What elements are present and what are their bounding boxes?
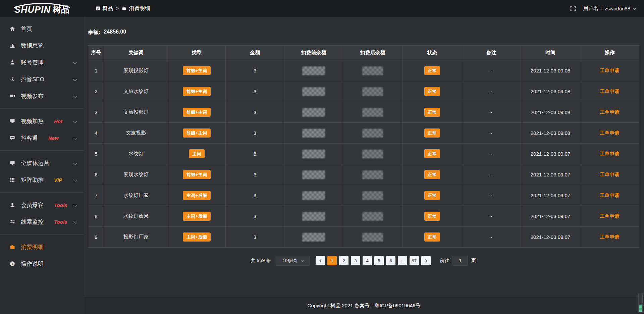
cell-action: 工单申请 (580, 227, 639, 248)
fullscreen-icon[interactable] (570, 6, 576, 11)
work-order-link[interactable]: 工单申请 (600, 89, 620, 94)
page-button-6[interactable]: 6 (386, 256, 395, 265)
sidebar-divider (0, 150, 84, 151)
prev-page-button[interactable] (316, 256, 325, 265)
svg-text:?: ? (11, 262, 13, 265)
cell-balance-before (284, 227, 343, 248)
sidebar-item-douketong[interactable]: 抖客通 New (0, 129, 84, 146)
cell-status: 正常 (402, 185, 462, 206)
page-button-97[interactable]: 97 (410, 256, 419, 265)
cell-action: 工单申请 (580, 144, 639, 164)
table-row: 7水纹灯厂家主词+后缀3正常-2021-12-03 09:07工单申请 (88, 185, 639, 206)
chevron-right-icon (424, 259, 427, 262)
copyright-text: Copyright 树品 2021 备案号：粤ICP备09019646号 (308, 303, 421, 309)
chat-bubble-icon (10, 135, 15, 141)
work-order-link[interactable]: 工单申请 (600, 109, 620, 115)
sidebar-item-label: 线索监控 (21, 218, 44, 226)
sidebar-item-account[interactable]: 账号管理 (0, 54, 84, 71)
balance-label: 余额: (88, 29, 100, 36)
page-button-2[interactable]: 2 (339, 256, 348, 265)
sidebar-item-label: 首页 (21, 25, 32, 33)
breadcrumb-root[interactable]: 树品 (96, 5, 113, 12)
cell-status: 正常 (402, 60, 462, 81)
status-badge: 正常 (424, 170, 440, 179)
work-order-link[interactable]: 工单申请 (600, 193, 620, 198)
balance: 余额: 24856.00 (88, 29, 639, 36)
page-size-value: 10条/页 (283, 258, 298, 264)
sidebar-item-instructions[interactable]: ? 操作说明 (0, 255, 84, 272)
work-order-link[interactable]: 工单申请 (600, 130, 620, 136)
table-row: 1景观投影灯前缀+主词3正常-2021-12-03 09:08工单申请 (88, 60, 639, 81)
scrollbar-thumb[interactable] (639, 305, 642, 312)
sidebar-divider (0, 234, 84, 234)
sidebar-item-member-burst[interactable]: 会员爆客 Tools (0, 197, 84, 213)
page-button-5[interactable]: 5 (374, 256, 384, 265)
sidebar-item-home[interactable]: 首页 (0, 20, 84, 37)
page-button-3[interactable]: 3 (351, 256, 360, 265)
app-window: SHUPIN 树品 树品 > 消费明细 用户名：zswodun88 (0, 0, 644, 314)
sidebar-item-all-media[interactable]: 全媒体运营 (0, 155, 84, 171)
sidebar-item-douyin-seo[interactable]: 抖音SEO (0, 71, 84, 88)
status-badge: 正常 (424, 66, 440, 75)
cell-amount: 3 (226, 60, 284, 81)
cell-amount: 3 (226, 102, 284, 123)
page-ellipsis[interactable]: ··· (398, 256, 407, 265)
status-badge: 正常 (424, 108, 440, 117)
work-order-link[interactable]: 工单申请 (600, 68, 620, 73)
status-badge: 正常 (424, 191, 440, 200)
cell-keyword: 投影灯厂家 (104, 227, 168, 248)
next-page-button[interactable] (421, 256, 431, 265)
sidebar-item-video-heat[interactable]: 视频加热 Hot (0, 113, 84, 129)
tools-badge: Tools (54, 202, 67, 208)
masked-balance (362, 108, 383, 117)
chevron-down-icon (301, 259, 304, 262)
sidebar: 首页 数据总览 账号管理 抖音SEO 视频发布 视频加热 Hot (0, 17, 84, 314)
sidebar-item-data-overview[interactable]: 数据总览 (0, 37, 84, 54)
username-label: 用户名： (583, 5, 603, 12)
cell-action: 工单申请 (580, 185, 639, 206)
cell-amount: 3 (226, 81, 284, 102)
cell-balance-after (343, 144, 402, 164)
cell-time: 2021-12-03 09:07 (521, 206, 580, 227)
masked-balance (302, 212, 325, 221)
cell-action: 工单申请 (580, 164, 639, 185)
table-row: 3文旅投影灯前缀+主词3正常-2021-12-03 09:08工单申请 (88, 102, 639, 123)
header-note: 备注 (462, 46, 521, 60)
cell-index: 4 (88, 123, 104, 144)
cell-keyword: 文旅水纹灯 (104, 81, 168, 102)
header-time: 时间 (521, 46, 580, 60)
breadcrumb-separator: > (116, 6, 119, 11)
chevron-down-icon (73, 203, 77, 207)
sidebar-item-matrix-boost[interactable]: 矩阵助推 VIP (0, 171, 84, 188)
page-button-1[interactable]: 1 (327, 256, 337, 265)
work-order-link[interactable]: 工单申请 (600, 151, 620, 156)
chevron-down-icon (73, 119, 77, 123)
cell-balance-after (343, 185, 402, 206)
sidebar-item-label: 数据总览 (21, 42, 44, 50)
cell-time: 2021-12-03 09:08 (521, 81, 580, 102)
sidebar-item-video-publish[interactable]: 视频发布 (0, 88, 84, 104)
username-value: zswodun88 (605, 6, 630, 11)
home-icon (10, 26, 15, 32)
user-dropdown[interactable]: 用户名：zswodun88 (583, 5, 635, 12)
breadcrumb-current[interactable]: 消费明细 (122, 5, 150, 12)
cell-status: 正常 (402, 227, 462, 248)
sidebar-item-label: 账号管理 (21, 59, 44, 66)
sidebar-item-lead-monitor[interactable]: 线索监控 Tools (0, 213, 84, 230)
work-order-link[interactable]: 工单申请 (600, 234, 620, 240)
work-order-link[interactable]: 工单申请 (600, 213, 620, 219)
cell-type: 前缀+主词 (168, 164, 226, 185)
cell-note: - (462, 102, 521, 123)
work-order-link[interactable]: 工单申请 (600, 172, 620, 177)
page-button-4[interactable]: 4 (363, 256, 372, 265)
scrollbar[interactable] (638, 293, 643, 313)
header-amount: 金额 (226, 46, 284, 60)
sidebar-item-consumption-detail[interactable]: 消费明细 (0, 239, 84, 255)
cell-action: 工单申请 (580, 81, 639, 102)
page-size-select[interactable]: 10条/页 (276, 256, 310, 266)
table-row: 6景观水纹灯前缀+主词3正常-2021-12-03 09:07工单申请 (88, 164, 639, 185)
cell-balance-before (284, 123, 343, 144)
topbar-right: 用户名：zswodun88 (570, 5, 644, 12)
table-row: 9投影灯厂家主词+后缀3正常-2021-12-03 09:07工单申请 (88, 227, 639, 248)
goto-page-input[interactable] (452, 256, 468, 266)
